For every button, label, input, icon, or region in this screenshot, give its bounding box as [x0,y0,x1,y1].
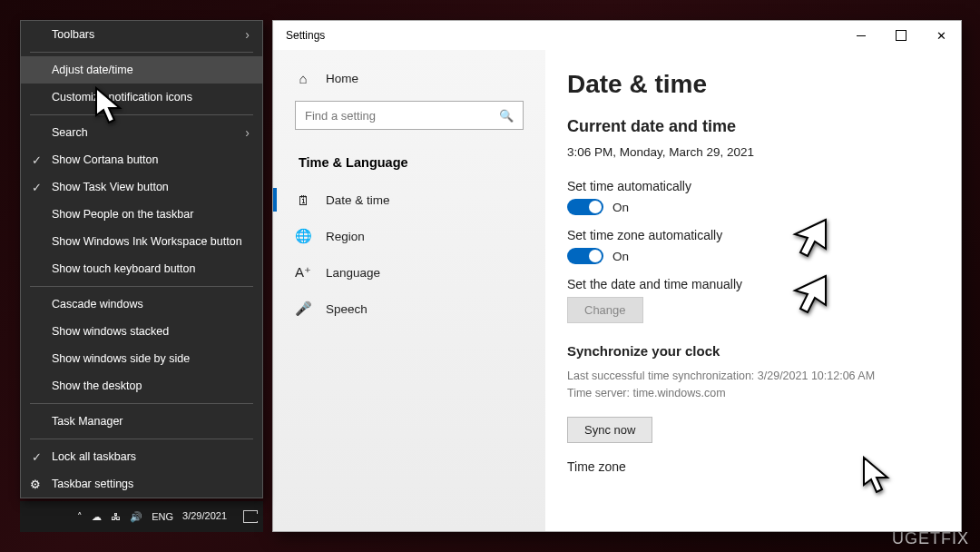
settings-sidebar: ⌂ Home Find a setting 🔍 Time & Language … [273,50,545,531]
menu-label: Show Cortana button [52,153,158,166]
taskbar-date: 3/29/2021 [182,511,227,522]
close-button[interactable] [921,21,961,50]
nav-date-time[interactable]: 🗓 Date & time [273,182,545,217]
check-icon: ✓ [32,450,42,464]
set-time-auto-toggle[interactable]: On [567,199,943,215]
menu-customize-notification-icons[interactable]: Customize notification icons [21,84,262,111]
menu-task-manager[interactable]: Task Manager [21,408,262,435]
menu-label: Search [52,126,88,139]
menu-label: Toolbars [52,28,94,41]
volume-icon[interactable]: 🔊 [130,511,142,523]
search-placeholder: Find a setting [305,109,376,123]
menu-side-by-side[interactable]: Show windows side by side [21,345,262,372]
nav-label: Speech [326,302,368,316]
window-title: Settings [286,29,325,42]
watermark: UGETFIX [892,529,969,548]
menu-label: Show the desktop [52,380,142,392]
chevron-right-icon: › [245,27,250,42]
set-manual-label: Set the date and time manually [567,277,943,291]
page-heading: Date & time [567,70,943,99]
menu-separator [30,114,253,115]
menu-lock-taskbars[interactable]: ✓ Lock all taskbars [21,443,262,470]
menu-label: Show windows stacked [52,325,169,338]
nav-language[interactable]: A⁺ Language [273,255,545,290]
menu-show-desktop[interactable]: Show the desktop [21,372,262,399]
nav-speech[interactable]: 🎤 Speech [273,291,545,326]
menu-taskbar-settings[interactable]: ⚙ Taskbar settings [21,470,262,498]
menu-show-cortana[interactable]: ✓ Show Cortana button [21,146,262,173]
menu-search[interactable]: Search › [21,119,262,146]
check-icon: ✓ [32,153,42,167]
menu-cascade[interactable]: Cascade windows [21,291,262,318]
sync-last: Last successful time synchronization: 3/… [567,368,943,385]
menu-label: Show touch keyboard button [52,262,195,275]
menu-label: Lock all taskbars [52,450,136,463]
nav-category: Time & Language [273,146,545,181]
home-icon: ⌂ [295,71,311,86]
sync-now-button[interactable]: Sync now [567,417,652,443]
sync-server: Time server: time.windows.com [567,385,943,402]
timezone-heading: Time zone [567,459,943,474]
menu-show-touch-kb[interactable]: Show touch keyboard button [21,255,262,282]
nav-label: Home [326,72,358,85]
menu-separator [30,286,253,287]
current-date-heading: Current date and time [567,117,943,136]
tray-chevron-icon[interactable]: ˄ [77,511,83,523]
network-icon[interactable]: 🖧 [111,511,121,522]
menu-show-ink[interactable]: Show Windows Ink Workspace button [21,228,262,255]
globe-icon: 🌐 [295,228,311,244]
menu-show-people[interactable]: Show People on the taskbar [21,201,262,228]
language-indicator[interactable]: ENG [152,511,173,522]
change-button: Change [567,297,643,323]
menu-label: Adjust date/time [52,64,133,76]
menu-adjust-date-time[interactable]: Adjust date/time [21,56,262,84]
toggle-switch-icon [567,248,603,264]
nav-region[interactable]: 🌐 Region [273,219,545,253]
language-icon: A⁺ [295,264,311,281]
maximize-button[interactable] [881,21,921,50]
menu-toolbars[interactable]: Toolbars › [21,21,262,48]
check-icon: ✓ [32,181,42,194]
nav-label: Date & time [326,193,390,207]
menu-separator [30,52,253,53]
minimize-button[interactable] [841,21,881,50]
menu-label: Show Task View button [52,181,169,193]
nav-label: Language [326,266,380,280]
sync-meta: Last successful time synchronization: 3/… [567,368,943,402]
microphone-icon: 🎤 [295,301,311,317]
window-controls [841,21,961,50]
menu-label: Show Windows Ink Workspace button [52,235,242,248]
taskbar: ˄ ☁ 🖧 🔊 ENG 3/29/2021 [20,501,263,532]
set-time-auto-label: Set time automatically [567,179,943,193]
menu-separator [30,403,253,404]
menu-label: Cascade windows [52,298,143,310]
onedrive-icon[interactable]: ☁ [92,511,102,523]
menu-label: Show windows side by side [52,352,190,365]
nav-home[interactable]: ⌂ Home [273,61,545,95]
toggle-state: On [612,201,629,214]
nav-label: Region [326,230,365,243]
menu-stacked[interactable]: Show windows stacked [21,318,262,345]
settings-content: Date & time Current date and time 3:06 P… [545,50,961,531]
taskbar-clock[interactable]: 3/29/2021 [182,511,227,522]
current-date-value: 3:06 PM, Monday, March 29, 2021 [567,145,943,159]
settings-search[interactable]: Find a setting 🔍 [295,101,524,130]
settings-window: Settings ⌂ Home Find a setting 🔍 Time & … [272,20,962,532]
sync-heading: Synchronize your clock [567,343,943,359]
set-tz-auto-toggle[interactable]: On [567,248,943,264]
calendar-clock-icon: 🗓 [295,192,311,208]
menu-label: Show People on the taskbar [52,208,193,221]
taskbar-context-menu: Toolbars › Adjust date/time Customize no… [20,20,263,498]
titlebar: Settings [273,21,961,50]
gear-icon: ⚙ [30,478,41,491]
system-tray: ˄ ☁ 🖧 🔊 ENG 3/29/2021 [77,510,258,523]
chevron-right-icon: › [245,125,250,140]
search-icon: 🔍 [499,109,514,123]
toggle-switch-icon [567,199,603,215]
menu-show-task-view[interactable]: ✓ Show Task View button [21,173,262,201]
set-tz-auto-label: Set time zone automatically [567,228,943,242]
action-center-icon[interactable] [243,510,258,523]
menu-label: Taskbar settings [52,478,133,490]
menu-label: Task Manager [52,415,123,428]
toggle-state: On [612,250,629,263]
